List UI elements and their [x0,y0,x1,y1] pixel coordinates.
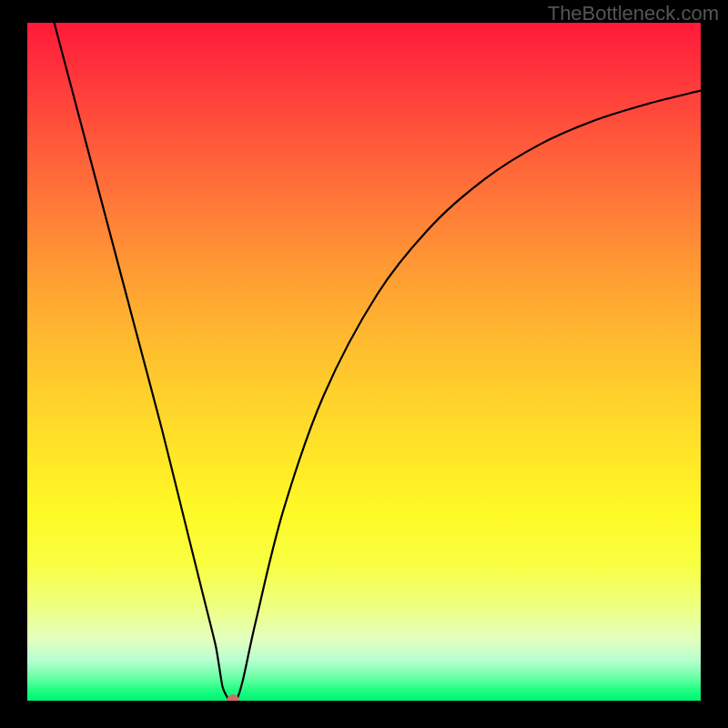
plot-area [27,23,701,701]
watermark-text: TheBottleneck.com [548,2,719,25]
optimum-marker [227,694,239,701]
bottleneck-curve [27,23,701,701]
